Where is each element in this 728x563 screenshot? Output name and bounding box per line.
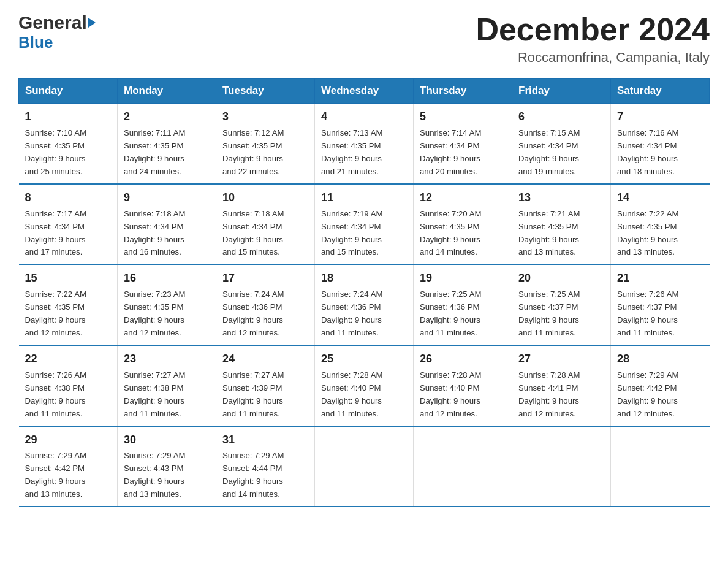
table-row: 7 Sunrise: 7:16 AMSunset: 4:34 PMDayligh… [611,104,710,184]
logo-triangle-icon [88,18,96,28]
day-info: Sunrise: 7:22 AMSunset: 4:35 PMDaylight:… [617,209,678,257]
day-info: Sunrise: 7:25 AMSunset: 4:37 PMDaylight:… [518,289,580,337]
day-info: Sunrise: 7:20 AMSunset: 4:35 PMDaylight:… [420,209,481,257]
day-number: 19 [420,270,506,287]
day-number: 17 [222,270,308,287]
day-number: 20 [518,270,604,287]
table-row: 28 Sunrise: 7:29 AMSunset: 4:42 PMDaylig… [611,345,710,426]
day-number: 1 [25,109,112,126]
day-number: 7 [617,109,703,126]
table-row: 15 Sunrise: 7:22 AMSunset: 4:35 PMDaylig… [19,264,118,345]
day-number: 16 [124,270,210,287]
month-title: December 2024 [476,12,710,47]
day-number: 22 [25,351,112,368]
calendar-week-3: 15 Sunrise: 7:22 AMSunset: 4:35 PMDaylig… [19,264,710,345]
day-number: 11 [321,190,407,207]
table-row: 21 Sunrise: 7:26 AMSunset: 4:37 PMDaylig… [611,264,710,345]
day-info: Sunrise: 7:28 AMSunset: 4:41 PMDaylight:… [518,370,580,418]
table-row: 8 Sunrise: 7:17 AMSunset: 4:34 PMDayligh… [19,184,118,265]
day-number: 2 [124,109,210,126]
day-info: Sunrise: 7:29 AMSunset: 4:43 PMDaylight:… [124,451,185,499]
day-info: Sunrise: 7:18 AMSunset: 4:34 PMDaylight:… [222,209,284,257]
calendar-table: Sunday Monday Tuesday Wednesday Thursday… [18,78,710,507]
day-info: Sunrise: 7:27 AMSunset: 4:38 PMDaylight:… [124,370,185,418]
table-row: 2 Sunrise: 7:11 AMSunset: 4:35 PMDayligh… [118,104,216,184]
table-row: 19 Sunrise: 7:25 AMSunset: 4:36 PMDaylig… [414,264,512,345]
calendar-week-4: 22 Sunrise: 7:26 AMSunset: 4:38 PMDaylig… [19,345,710,426]
logo-blue-text: Blue [18,33,53,52]
day-number: 6 [518,109,604,126]
table-row: 29 Sunrise: 7:29 AMSunset: 4:42 PMDaylig… [19,426,118,507]
day-info: Sunrise: 7:29 AMSunset: 4:42 PMDaylight:… [25,451,86,499]
day-number: 30 [124,432,210,449]
day-number: 24 [222,351,308,368]
day-number: 5 [420,109,506,126]
day-info: Sunrise: 7:18 AMSunset: 4:34 PMDaylight:… [124,209,185,257]
col-wednesday: Wednesday [315,79,414,104]
day-number: 15 [25,270,112,287]
table-row [611,426,710,507]
table-row: 4 Sunrise: 7:13 AMSunset: 4:35 PMDayligh… [315,104,414,184]
logo-general-text: General [18,12,87,33]
table-row: 6 Sunrise: 7:15 AMSunset: 4:34 PMDayligh… [512,104,611,184]
table-row: 12 Sunrise: 7:20 AMSunset: 4:35 PMDaylig… [414,184,512,265]
day-info: Sunrise: 7:11 AMSunset: 4:35 PMDaylight:… [124,128,185,176]
day-info: Sunrise: 7:15 AMSunset: 4:34 PMDaylight:… [518,128,580,176]
day-info: Sunrise: 7:28 AMSunset: 4:40 PMDaylight:… [321,370,382,418]
table-row: 22 Sunrise: 7:26 AMSunset: 4:38 PMDaylig… [19,345,118,426]
table-row: 26 Sunrise: 7:28 AMSunset: 4:40 PMDaylig… [414,345,512,426]
day-info: Sunrise: 7:19 AMSunset: 4:34 PMDaylight:… [321,209,382,257]
table-row: 5 Sunrise: 7:14 AMSunset: 4:34 PMDayligh… [414,104,512,184]
day-number: 31 [222,432,308,449]
day-number: 9 [124,190,210,207]
day-number: 8 [25,190,112,207]
logo: General Blue [18,12,97,52]
day-number: 23 [124,351,210,368]
day-info: Sunrise: 7:16 AMSunset: 4:34 PMDaylight:… [617,128,678,176]
col-sunday: Sunday [19,79,118,104]
table-row [512,426,611,507]
table-row: 18 Sunrise: 7:24 AMSunset: 4:36 PMDaylig… [315,264,414,345]
day-info: Sunrise: 7:21 AMSunset: 4:35 PMDaylight:… [518,209,580,257]
col-thursday: Thursday [414,79,512,104]
day-info: Sunrise: 7:10 AMSunset: 4:35 PMDaylight:… [25,128,86,176]
day-info: Sunrise: 7:14 AMSunset: 4:34 PMDaylight:… [420,128,481,176]
day-number: 18 [321,270,407,287]
day-number: 21 [617,270,703,287]
table-row: 14 Sunrise: 7:22 AMSunset: 4:35 PMDaylig… [611,184,710,265]
day-info: Sunrise: 7:23 AMSunset: 4:35 PMDaylight:… [124,289,185,337]
table-row: 24 Sunrise: 7:27 AMSunset: 4:39 PMDaylig… [216,345,315,426]
col-monday: Monday [118,79,216,104]
col-friday: Friday [512,79,611,104]
day-info: Sunrise: 7:29 AMSunset: 4:42 PMDaylight:… [617,370,678,418]
day-info: Sunrise: 7:25 AMSunset: 4:36 PMDaylight:… [420,289,481,337]
day-info: Sunrise: 7:27 AMSunset: 4:39 PMDaylight:… [222,370,284,418]
table-row: 27 Sunrise: 7:28 AMSunset: 4:41 PMDaylig… [512,345,611,426]
day-number: 27 [518,351,604,368]
day-number: 10 [222,190,308,207]
calendar-week-1: 1 Sunrise: 7:10 AMSunset: 4:35 PMDayligh… [19,104,710,184]
day-info: Sunrise: 7:28 AMSunset: 4:40 PMDaylight:… [420,370,481,418]
day-info: Sunrise: 7:29 AMSunset: 4:44 PMDaylight:… [222,451,284,499]
table-row [414,426,512,507]
table-row [315,426,414,507]
table-row: 30 Sunrise: 7:29 AMSunset: 4:43 PMDaylig… [118,426,216,507]
table-row: 16 Sunrise: 7:23 AMSunset: 4:35 PMDaylig… [118,264,216,345]
table-row: 10 Sunrise: 7:18 AMSunset: 4:34 PMDaylig… [216,184,315,265]
location: Roccamonfrina, Campania, Italy [476,50,710,66]
day-info: Sunrise: 7:17 AMSunset: 4:34 PMDaylight:… [25,209,86,257]
day-number: 26 [420,351,506,368]
day-info: Sunrise: 7:12 AMSunset: 4:35 PMDaylight:… [222,128,284,176]
day-number: 12 [420,190,506,207]
day-number: 3 [222,109,308,126]
calendar-week-5: 29 Sunrise: 7:29 AMSunset: 4:42 PMDaylig… [19,426,710,507]
day-info: Sunrise: 7:24 AMSunset: 4:36 PMDaylight:… [222,289,284,337]
table-row: 20 Sunrise: 7:25 AMSunset: 4:37 PMDaylig… [512,264,611,345]
col-tuesday: Tuesday [216,79,315,104]
day-number: 4 [321,109,407,126]
day-number: 13 [518,190,604,207]
page-header: General Blue December 2024 Roccamonfrina… [18,12,710,66]
calendar-header-row: Sunday Monday Tuesday Wednesday Thursday… [19,79,710,104]
calendar-week-2: 8 Sunrise: 7:17 AMSunset: 4:34 PMDayligh… [19,184,710,265]
table-row: 3 Sunrise: 7:12 AMSunset: 4:35 PMDayligh… [216,104,315,184]
